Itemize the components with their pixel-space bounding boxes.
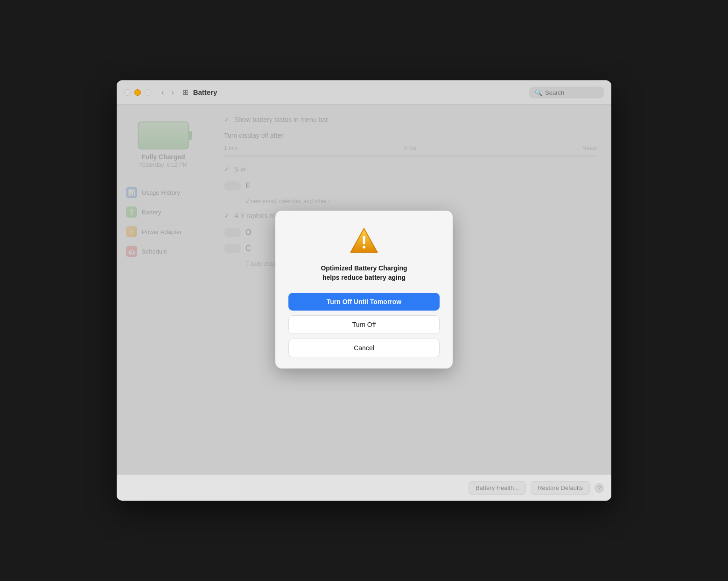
dialog: Optimized Battery Charging helps reduce … [275,211,453,368]
cancel-button[interactable]: Cancel [288,339,440,357]
search-input[interactable] [545,89,598,96]
maximize-button[interactable] [145,89,151,96]
dialog-title: Optimized Battery Charging helps reduce … [321,264,407,282]
close-button[interactable] [124,89,131,96]
svg-point-3 [363,246,365,248]
minimize-button[interactable] [134,89,141,96]
modal-overlay: Optimized Battery Charging helps reduce … [117,105,611,475]
search-icon: 🔍 [535,89,542,96]
grid-icon: ⊞ [182,88,189,97]
search-bar[interactable]: 🔍 [529,86,604,98]
back-button[interactable]: ‹ [159,86,167,99]
restore-defaults-button[interactable]: Restore Defaults [531,481,590,495]
warning-icon [349,226,379,255]
bottom-bar: Battery Health... Restore Defaults ? [117,475,611,501]
nav-buttons: ‹ › [159,86,177,99]
titlebar: ‹ › ⊞ Battery 🔍 [117,80,611,105]
window-title: Battery [193,88,217,96]
main-window: ‹ › ⊞ Battery 🔍 Fully Charged Yesterday,… [117,80,611,501]
traffic-lights [124,89,151,96]
svg-rect-2 [363,236,365,244]
turn-off-button[interactable]: Turn Off [288,315,440,334]
content-area: Fully Charged Yesterday, 6:12 PM 📊 Usage… [117,105,611,475]
forward-button[interactable]: › [168,86,176,99]
help-button[interactable]: ? [595,483,604,493]
turn-off-until-tomorrow-button[interactable]: Turn Off Until Tomorrow [288,293,440,311]
battery-health-button[interactable]: Battery Health... [469,481,526,495]
